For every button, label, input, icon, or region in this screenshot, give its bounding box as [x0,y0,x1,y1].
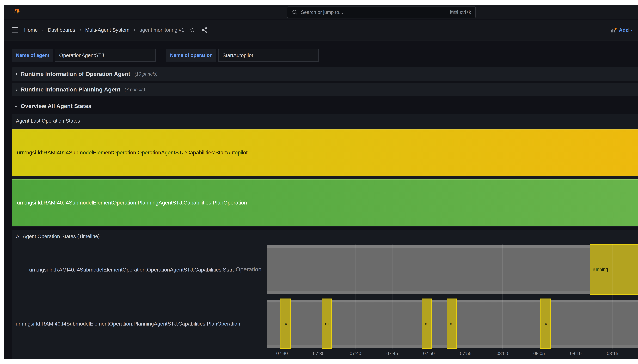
timeline-state-bar-label: ru [422,321,431,326]
stat-label: urn:ngsi-ld:RAMI40:I4SubmodelElementOper… [12,150,248,156]
timeline-state-bar-label: ru [541,321,550,326]
timeline-row-label-planning-agent: urn:ngsi-ld:RAMI40:I4SubmodelElementOper… [16,321,240,327]
stat-operation-agent: urn:ngsi-ld:RAMI40:I4SubmodelElementOper… [12,130,638,176]
timeline-state-bar[interactable]: ru [447,298,457,349]
timeline-state-bar[interactable]: ru [421,298,432,349]
row-overview-all-agent-states[interactable]: Overview All Agent States [12,100,91,112]
row-title: Runtime Information of Operation Agent [21,71,130,77]
share-icon[interactable] [201,27,208,33]
variable-label-operation: Name of operation [166,49,217,62]
panel-agent-last-operation-states: Agent Last Operation States urn:ngsi-ld:… [12,114,638,228]
row-runtime-planning-agent[interactable]: Runtime Information Planning Agent (7 pa… [12,83,638,96]
variable-input-agent[interactable]: OperationAgentSTJ [55,49,156,62]
timeline-x-axis: 07:3007:3507:4007:4507:5007:5508:0008:05… [267,351,638,358]
chevron-down-icon [630,29,632,30]
variable-label-agent: Name of agent [12,49,53,62]
breadcrumb: Home Dashboards Multi-Agent System agent… [24,27,184,33]
x-axis-tick-label: 07:45 [386,351,398,356]
timeline-state-bar-label: ru [281,321,290,326]
breadcrumb-dashboards[interactable]: Dashboards [48,27,75,33]
timeline-state-bar-label: ru [322,321,331,326]
search-input[interactable]: Search or jump to... ⌨ ctrl+k [287,6,476,18]
timeline-row-operation-agent: running [267,245,638,294]
chevron-right-icon [42,29,43,30]
panel-title[interactable]: All Agent Operation States (Timeline) [16,230,100,243]
timeline-state-bar[interactable]: running [590,244,638,295]
breadcrumb-home[interactable]: Home [24,27,38,33]
row-panel-count: (10 panels) [134,71,157,77]
row-title: Runtime Information Planning Agent [21,86,120,93]
x-axis-tick-label: 07:40 [350,351,361,356]
timeline-state-bar-label: running [590,267,608,272]
keyboard-icon: ⌨ [450,10,458,15]
search-placeholder: Search or jump to... [301,10,447,15]
panel-title[interactable]: Agent Last Operation States [16,114,80,128]
dashboard-variables: Name of agent OperationAgentSTJ Name of … [12,49,319,62]
breadcrumb-folder[interactable]: Multi-Agent System [85,27,129,33]
menu-icon[interactable] [12,28,18,32]
variable-input-operation[interactable]: StartAutopilot [218,49,319,62]
search-shortcut-hint: ctrl+k [460,10,471,15]
chevron-down-icon [15,105,17,107]
timeline-row-label-suffix: Operation [236,266,262,273]
x-axis-tick-label: 08:00 [497,351,508,356]
x-axis-tick-label: 07:30 [276,351,288,356]
x-axis-tick-label: 08:05 [533,351,545,356]
grafana-logo-icon[interactable] [13,8,21,17]
search-icon [292,9,298,15]
x-axis-tick-label: 08:15 [607,351,618,356]
timeline-row-label-operation-agent: urn:ngsi-ld:RAMI40:I4SubmodelElementOper… [16,267,234,273]
panel-add-icon [610,27,617,34]
breadcrumb-current-dashboard: agent monitoring v1 [139,27,184,33]
timeline-state-bar[interactable]: ru [322,298,332,349]
chevron-right-icon [15,73,17,75]
timeline-row-planning-agent: rururururu [267,300,638,348]
row-panel-count: (7 panels) [125,87,145,92]
timeline-state-bar-label: ru [447,321,456,326]
x-axis-tick-label: 07:55 [460,351,471,356]
stat-planning-agent: urn:ngsi-ld:RAMI40:I4SubmodelElementOper… [12,180,638,226]
chevron-right-icon [80,29,81,30]
stat-label: urn:ngsi-ld:RAMI40:I4SubmodelElementOper… [12,200,247,206]
panel-all-agent-operation-states-timeline: All Agent Operation States (Timeline) ur… [12,230,638,359]
add-button-label: Add [619,27,629,33]
x-axis-tick-label: 07:35 [313,351,324,356]
chevron-right-icon [134,29,135,30]
row-runtime-operation-agent[interactable]: Runtime Information of Operation Agent (… [12,68,638,81]
x-axis-tick-label: 08:10 [570,351,582,356]
chevron-right-icon [15,88,17,91]
row-title: Overview All Agent States [21,103,91,110]
timeline-state-bar[interactable]: ru [280,298,291,349]
dashboard-content: Name of agent OperationAgentSTJ Name of … [4,41,638,359]
grafana-app-window: Search or jump to... ⌨ ctrl+k + ? [4,5,638,359]
star-icon[interactable]: ☆ [190,27,196,33]
top-nav-bar: Search or jump to... ⌨ ctrl+k + ? [4,5,638,19]
add-panel-button[interactable]: Add [610,27,632,34]
timeline-state-bar[interactable]: ru [540,298,551,349]
x-axis-tick-label: 07:50 [423,351,435,356]
dashboard-toolbar: Home Dashboards Multi-Agent System agent… [4,20,638,40]
